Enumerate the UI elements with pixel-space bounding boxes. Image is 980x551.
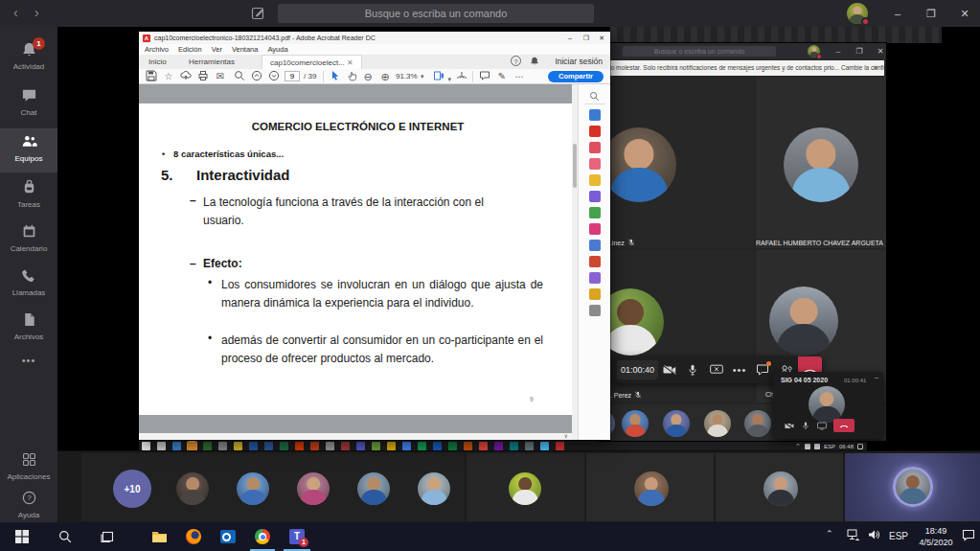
presenter-app-icon xyxy=(540,442,549,450)
tab-inicio: Inicio xyxy=(141,55,174,69)
presenter-app-icon xyxy=(172,442,181,450)
chat-notification-dot xyxy=(766,361,771,366)
menu-ver: Ver xyxy=(212,45,222,54)
page-gap-band xyxy=(139,84,572,103)
close-icon[interactable]: ✕ xyxy=(871,43,890,59)
forward-arrow-icon[interactable]: › xyxy=(34,5,39,20)
close-icon[interactable]: ✕ xyxy=(950,0,979,27)
help-icon: ? xyxy=(21,490,37,506)
banner-close-icon[interactable]: ✕ xyxy=(873,60,878,76)
filmstrip-avatar[interactable] xyxy=(357,472,390,505)
save-icon xyxy=(145,70,158,83)
filmstrip-avatar[interactable] xyxy=(176,472,209,505)
presenter-app-icon xyxy=(372,442,380,450)
dash-icon: – xyxy=(190,194,196,207)
pip-hangup-button[interactable] xyxy=(833,419,855,432)
pdf-toolbar: ☆ ✉ / 39 ⊖ ⊕ 91.3% ▾ ▾ ✎ ⋯ Compartir xyxy=(139,69,610,84)
pdf-bottom-strip: ∨ xyxy=(139,433,572,440)
activity-badge: 1 xyxy=(33,37,45,50)
network-icon[interactable] xyxy=(847,529,860,542)
filmstrip-tile[interactable] xyxy=(586,453,714,521)
document-title: COMERCIO ELECTRÓNICO E INTERNET xyxy=(148,121,567,132)
pip-call-window[interactable]: SIG 04 05 2020 01:00:41 – xyxy=(773,372,883,439)
presenter-app-icon xyxy=(418,442,426,450)
zoom-level-value: 91.3% xyxy=(396,71,418,82)
acrobat-logo-icon: A xyxy=(143,34,150,42)
filmstrip-tile[interactable] xyxy=(716,453,843,521)
video-tile[interactable]: RAFAEL HUMBERTO CHAVEZ ARGUETA xyxy=(756,77,886,248)
sidebar-item-chat[interactable]: Chat xyxy=(0,82,57,126)
language-indicator[interactable]: ESP xyxy=(889,531,908,541)
participant-filmstrip: +10 xyxy=(57,450,980,522)
sidebar-item-actividad[interactable]: 1 Actividad xyxy=(0,36,57,80)
dnd-banner: No molestar. Solo recibirá notificacione… xyxy=(601,60,884,76)
back-arrow-icon[interactable]: ‹ xyxy=(13,5,18,20)
mic-muted-icon xyxy=(627,239,635,246)
clock[interactable]: 18:49 4/5/2020 xyxy=(912,525,960,548)
dnd-banner-text: No molestar. Solo recibirá notificacione… xyxy=(606,64,884,71)
volume-icon[interactable] xyxy=(868,529,880,542)
rail-tool-icon xyxy=(589,174,601,186)
rail-tool-icon xyxy=(589,305,601,316)
firefox-button[interactable] xyxy=(176,522,211,551)
sidebar-item-archivos[interactable]: Archivos xyxy=(0,307,57,351)
dash-icon: – xyxy=(190,257,196,270)
sidebar-item-tareas[interactable]: Tareas xyxy=(0,174,57,218)
restore-icon[interactable]: ❐ xyxy=(850,43,869,59)
video-tile[interactable]: ...inez xyxy=(599,77,754,248)
camera-off-button[interactable] xyxy=(658,356,681,383)
outlook-button[interactable] xyxy=(211,522,245,551)
apps-grid-icon xyxy=(21,451,37,468)
participant-avatar xyxy=(704,410,731,437)
sidebar-item-llamadas[interactable]: Llamadas xyxy=(0,263,57,307)
more-options-button[interactable]: ••• xyxy=(728,356,751,383)
pip-timer: 01:00:41 xyxy=(844,378,866,383)
mic-icon[interactable] xyxy=(801,422,810,430)
presenter-app-icon xyxy=(525,442,534,450)
doc-effect-label: Efecto: xyxy=(203,257,242,270)
meeting-user-avatar[interactable] xyxy=(808,45,820,57)
hangup-icon xyxy=(839,422,849,430)
presenter-app-icon xyxy=(510,442,518,450)
compose-icon[interactable] xyxy=(251,6,265,24)
filmstrip-avatar[interactable] xyxy=(237,472,269,505)
filmstrip-tile[interactable] xyxy=(467,453,584,521)
pip-minimize-icon[interactable]: – xyxy=(875,374,878,380)
action-center-icon[interactable] xyxy=(962,529,975,543)
overflow-count-badge[interactable]: +10 xyxy=(113,470,151,508)
stop-share-button[interactable] xyxy=(705,356,728,383)
restore-icon[interactable]: ❐ xyxy=(917,0,946,27)
outlook-icon xyxy=(220,530,236,543)
calendar-icon xyxy=(21,223,37,240)
chrome-button[interactable] xyxy=(245,522,280,551)
rail-tool-icon xyxy=(589,142,601,153)
meeting-search-input[interactable] xyxy=(623,46,776,57)
camera-off-icon[interactable] xyxy=(785,422,794,430)
share-icon[interactable] xyxy=(817,422,827,430)
sidebar-item-more[interactable]: ••• xyxy=(0,351,57,374)
mic-button[interactable] xyxy=(681,356,704,383)
print-icon xyxy=(196,70,210,83)
filmstrip-tile-active-speaker[interactable] xyxy=(845,453,980,521)
user-avatar[interactable] xyxy=(847,3,868,24)
minimize-icon[interactable]: – xyxy=(829,43,848,59)
sidebar-item-calendario[interactable]: Calendario xyxy=(0,218,57,263)
minimize-icon[interactable]: – xyxy=(883,0,912,27)
file-explorer-button[interactable] xyxy=(142,522,176,551)
task-view-icon xyxy=(101,530,115,543)
task-view-button[interactable] xyxy=(86,522,128,551)
search-input[interactable] xyxy=(278,4,594,23)
rail-tool-icon xyxy=(589,109,601,121)
filmstrip-avatar[interactable] xyxy=(418,472,450,505)
filmstrip-avatar[interactable] xyxy=(297,472,330,505)
sidebar-item-equipos[interactable]: Equipos xyxy=(0,128,57,172)
tray-chevron-up-icon[interactable]: ⌃ xyxy=(826,529,833,539)
active-speaker-avatar xyxy=(893,467,933,507)
teams-button[interactable]: T 1 xyxy=(280,522,314,551)
chat-button[interactable] xyxy=(751,356,774,383)
cloud-upload-icon xyxy=(179,70,193,83)
start-button[interactable] xyxy=(0,522,44,551)
taskbar-search-button[interactable] xyxy=(44,522,86,551)
backpack-icon xyxy=(21,179,37,195)
menu-edicion: Edición xyxy=(178,45,202,54)
